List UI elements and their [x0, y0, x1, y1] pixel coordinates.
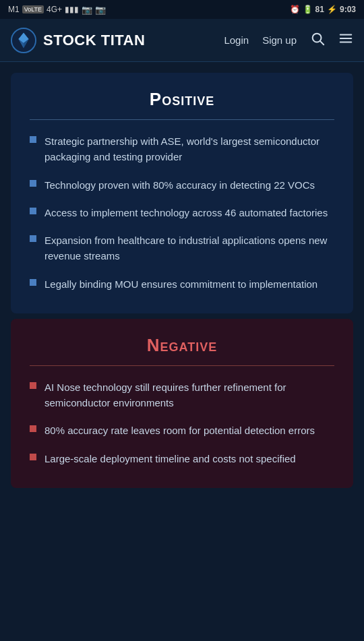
bullet-icon: [30, 454, 36, 460]
clock: 9:03: [340, 5, 356, 14]
charging-icon: ⚡: [327, 5, 337, 14]
positive-list: Strategic partnership with ASE, world's …: [30, 133, 334, 292]
bullet-text: Strategic partnership with ASE, world's …: [44, 133, 334, 165]
svg-line-2: [320, 41, 324, 44]
positive-divider: [30, 119, 334, 120]
alarm-icon: ⏰: [290, 5, 300, 14]
bullet-icon: [30, 235, 36, 242]
status-left: M1 VoLTE 4G+ ▮▮▮ 📷 📷: [8, 5, 106, 15]
list-item: Expansion from healthcare to industrial …: [30, 233, 334, 264]
status-right: ⏰ 🔋 81 ⚡ 9:03: [290, 5, 356, 14]
negative-list: AI Nose technology still requires furthe…: [30, 379, 334, 466]
search-icon[interactable]: [310, 31, 325, 49]
volte-badge: VoLTE: [22, 5, 44, 13]
bullet-text: Access to implement technology across 46…: [44, 205, 328, 220]
nav-links: Login Sign up: [224, 31, 353, 49]
positive-section: Positive Strategic partnership with ASE,…: [11, 73, 353, 313]
list-item: Technology proven with 80% accuracy in d…: [30, 177, 334, 193]
main-content: Positive Strategic partnership with ASE,…: [0, 73, 364, 488]
network-type: 4G+: [47, 5, 62, 14]
battery-level: 81: [315, 5, 324, 14]
bullet-icon: [30, 279, 36, 286]
list-item: 80% accuracy rate leaves room for potent…: [30, 423, 334, 438]
status-bar: M1 VoLTE 4G+ ▮▮▮ 📷 📷 ⏰ 🔋 81 ⚡ 9:03: [0, 0, 364, 19]
bullet-icon: [30, 180, 36, 187]
logo-icon: [11, 28, 36, 53]
list-item: Access to implement technology across 46…: [30, 205, 334, 220]
list-item: Legally binding MOU ensures commitment t…: [30, 276, 334, 292]
carrier-text: M1: [8, 5, 20, 14]
bullet-icon: [30, 208, 36, 214]
list-item: Large-scale deployment timeline and cost…: [30, 451, 334, 466]
instagram-icon: 📷: [82, 5, 92, 15]
positive-title: Positive: [30, 89, 334, 110]
signup-link[interactable]: Sign up: [262, 34, 297, 46]
bullet-text: Large-scale deployment timeline and cost…: [44, 451, 296, 466]
battery-icon: 🔋: [303, 5, 313, 14]
signal-icon: ▮▮▮: [65, 5, 79, 14]
list-item: Strategic partnership with ASE, world's …: [30, 133, 334, 165]
camera-icon: 📷: [95, 5, 106, 15]
bullet-icon: [30, 425, 36, 432]
bullet-text: Legally binding MOU ensures commitment t…: [44, 276, 317, 292]
negative-divider: [30, 365, 334, 366]
bullet-icon: [30, 136, 36, 143]
bullet-icon: [30, 382, 36, 389]
bullet-text: Technology proven with 80% accuracy in d…: [44, 177, 315, 193]
login-link[interactable]: Login: [224, 34, 249, 46]
bullet-text: Expansion from healthcare to industrial …: [44, 233, 334, 264]
bullet-text: AI Nose technology still requires furthe…: [44, 379, 334, 411]
list-item: AI Nose technology still requires furthe…: [30, 379, 334, 411]
logo-text: STOCK TITAN: [43, 32, 145, 49]
negative-title: Negative: [30, 335, 334, 356]
negative-section: Negative AI Nose technology still requir…: [11, 319, 353, 488]
logo-container: STOCK TITAN: [11, 28, 224, 53]
menu-icon[interactable]: [338, 31, 353, 49]
navbar: STOCK TITAN Login Sign up: [0, 19, 364, 62]
bullet-text: 80% accuracy rate leaves room for potent…: [44, 423, 315, 438]
